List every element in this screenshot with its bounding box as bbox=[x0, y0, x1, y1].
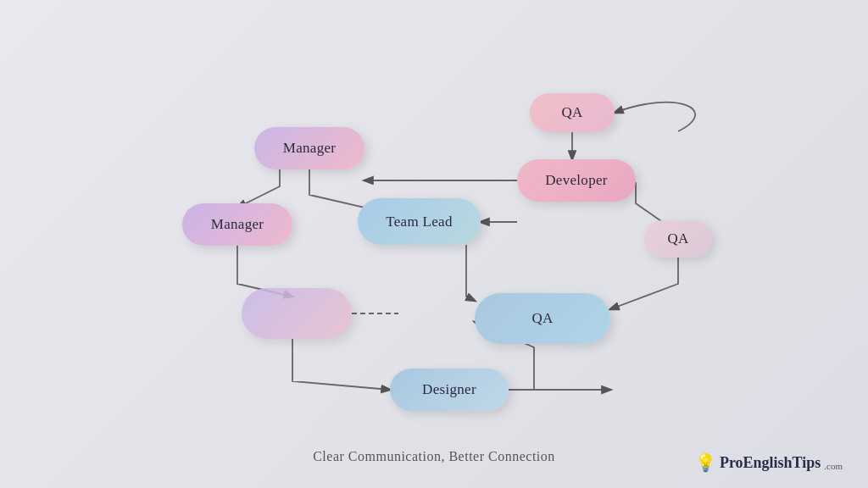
node-qa-top: QA bbox=[530, 93, 615, 132]
node-blank bbox=[242, 288, 352, 339]
node-qa-right: QA bbox=[644, 220, 712, 258]
node-qa-bottom: QA bbox=[475, 293, 610, 344]
main-container: Manager Manager Team Lead Developer QA Q… bbox=[0, 0, 868, 488]
node-designer: Designer bbox=[390, 369, 509, 411]
node-manager-left: Manager bbox=[182, 203, 292, 246]
logo-suffix: .com bbox=[824, 461, 843, 471]
tagline: Clear Communication, Better Connection bbox=[313, 449, 555, 464]
node-developer: Developer bbox=[517, 159, 636, 202]
diagram-area: Manager Manager Team Lead Developer QA Q… bbox=[85, 34, 780, 424]
node-manager-top: Manager bbox=[254, 127, 364, 169]
logo-text: ProEnglishTips bbox=[720, 454, 821, 472]
node-team-lead: Team Lead bbox=[358, 198, 481, 245]
logo: 💡 ProEnglishTips .com bbox=[695, 452, 843, 473]
bulb-icon: 💡 bbox=[695, 452, 716, 473]
